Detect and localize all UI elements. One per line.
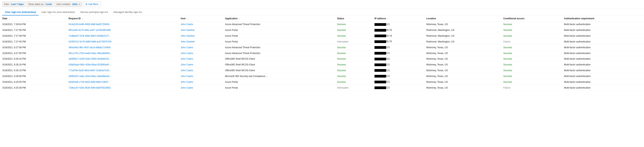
cell-location: Redmond, Washington, US <box>424 27 501 33</box>
cell-date: 3/18/2021, 7:27:50 PM <box>0 27 66 33</box>
cell-status: Success <box>335 33 372 39</box>
tab-service-principal[interactable]: Service principal sign-ins <box>78 9 111 15</box>
ip-redacted <box>374 46 386 49</box>
cell-auth-req: Multi-factor authentication <box>562 56 644 62</box>
filter-bar: Date : Last 7 days Show dates as : Local… <box>0 0 644 9</box>
table-row[interactable]: 3/18/2021, 7:27:48 PM 71d8bed7-013f-40bb… <box>0 33 644 39</box>
cell-application: Azure Advanced Threat Protection <box>223 50 335 56</box>
cell-user[interactable]: John Castro <box>178 22 222 27</box>
sign-ins-table-container: Date ↓ Request ID ↕ User ↕ Application ↕… <box>0 16 644 91</box>
ip-redacted <box>374 86 386 89</box>
cell-status: Success <box>335 45 372 50</box>
cell-user[interactable]: John Castro <box>178 50 222 56</box>
ip-redacted <box>374 69 386 72</box>
cell-auth-req: Multi-factor authentication <box>562 62 644 68</box>
cell-user[interactable]: John Gardner <box>178 39 222 45</box>
table-row[interactable]: 3/18/2021, 7:27:45 PM 615507a7-0c78-4b85… <box>0 39 644 45</box>
cell-conditional-access: Failure <box>501 85 562 91</box>
ip-redacted <box>374 29 386 32</box>
cell-date: 3/18/2021, 6:26:06 PM <box>0 73 66 79</box>
cell-request-id[interactable]: 615507a7-0c78-4b85-bf8d-acf175870700 <box>66 39 178 45</box>
user-filter-close-icon[interactable]: ✕ <box>79 3 80 5</box>
date-sort-icon: ↓ <box>9 17 10 20</box>
cell-user[interactable]: John Castro <box>178 85 222 91</box>
col-user[interactable]: User ↕ <box>178 16 222 22</box>
cell-user[interactable]: John Castro <box>178 62 222 68</box>
cell-request-id[interactable]: 771af76e-6a2f-482d-b6d7-31db3a7e24... <box>66 68 178 73</box>
cell-conditional-access: Failure <box>501 39 562 45</box>
cell-user[interactable]: John Gardner <box>178 33 222 39</box>
cell-user[interactable]: John Castro <box>178 73 222 79</box>
tab-non-interactive[interactable]: User sign-ins (non-interactive) <box>39 9 78 15</box>
cell-location: Mckinney, Texas, US <box>424 56 501 62</box>
ip-redacted <box>374 58 386 60</box>
cell-location: Mckinney, Texas, US <box>424 45 501 50</box>
cell-location: Redmond, Washington, US <box>424 33 501 39</box>
col-request-id[interactable]: Request ID ↕ <box>66 16 178 22</box>
cell-request-id[interactable]: ad4856c7-e203-4cb2-930d-4e36dd210... <box>66 56 178 62</box>
table-row[interactable]: 3/18/2021, 6:26:16 PM ad4856c7-e203-4cb2… <box>0 56 644 62</box>
cell-conditional-access: Success <box>501 62 562 68</box>
cell-auth-req: Multi-factor authentication <box>562 73 644 79</box>
table-row[interactable]: 3/18/2021, 6:25:55 PM fd3302d6-c729-4b02… <box>0 79 644 85</box>
cell-ip: 121 <box>372 73 424 79</box>
show-dates-chip[interactable]: Show dates as : Local <box>26 1 53 7</box>
col-date[interactable]: Date ↓ <box>0 16 66 22</box>
cell-request-id[interactable]: f8f12a46-9175-4d4c-a327-a378c0f91900 <box>66 27 178 33</box>
cell-application: Azure Portal <box>223 33 335 39</box>
cell-application: Office365 Shell WCSS-Client <box>223 68 335 73</box>
cell-user[interactable]: John Castro <box>178 56 222 62</box>
cell-request-id[interactable]: 71d8bed7-013f-40bb-88c5-620db1f127... <box>66 33 178 39</box>
user-filter-chip[interactable]: User contains John ✕ <box>54 1 82 7</box>
col-status: Status <box>335 16 372 22</box>
cell-date: 3/18/2021, 6:27:58 PM <box>0 45 66 50</box>
cell-status: Success <box>335 22 372 27</box>
cell-status: Success <box>335 73 372 79</box>
cell-application: Azure Advanced Threat Protection <box>223 45 335 50</box>
table-row[interactable]: 3/18/2021, 6:25:38 PM 718b1c67-f16b-4630… <box>0 85 644 91</box>
table-row[interactable]: 3/18/2021, 6:26:16 PM b2bb2bad-040c-428a… <box>0 62 644 68</box>
col-auth-req: Authentication requirement <box>562 16 644 22</box>
add-filters-label: Add filters <box>88 3 98 5</box>
table-row[interactable]: 3/18/2021, 6:27:58 PM 38dcd4e2-ff8c-4937… <box>0 45 644 50</box>
cell-request-id[interactable]: fd3302d6-c729-4b02-bb6f-bfbb713607... <box>66 79 178 85</box>
table-row[interactable]: 3/18/2021, 7:28:04 PM f414d130-6446-4993… <box>0 22 644 27</box>
cell-user[interactable]: John Castro <box>178 45 222 50</box>
table-row[interactable]: 3/18/2021, 6:26:15 PM 771af76e-6a2f-482d… <box>0 68 644 73</box>
cell-location: Mckinney, Texas, US <box>424 79 501 85</box>
table-row[interactable]: 3/18/2021, 7:27:50 PM f8f12a46-9175-4d4c… <box>0 27 644 33</box>
cell-request-id[interactable]: f414d130-6446-4993-89df-8a05720609... <box>66 22 178 27</box>
cell-status: Success <box>335 56 372 62</box>
cell-user[interactable]: John Castro <box>178 68 222 73</box>
add-filters-button[interactable]: ⊞ Add filters <box>83 1 100 7</box>
tab-managed-identity[interactable]: Managed identity sign-ins <box>111 9 144 15</box>
col-ip[interactable]: IP address ↕ <box>372 16 424 22</box>
table-row[interactable]: 3/18/2021, 6:26:06 PM d309c647-eebc-42e3… <box>0 73 644 79</box>
cell-auth-req: Multi-factor authentication <box>562 22 644 27</box>
cell-date: 3/18/2021, 6:26:15 PM <box>0 68 66 73</box>
cell-request-id[interactable]: 718b1c67-f16b-4630-93ff-e0b979016601 <box>66 85 178 91</box>
cell-request-id[interactable]: 59c1c75c-27b4-4ed2-b4ac-c89ca8d304... <box>66 50 178 56</box>
cell-location: Mckinney, Texas, US <box>424 85 501 91</box>
cell-conditional-access: Success <box>501 33 562 39</box>
cell-request-id[interactable]: 38dcd4e2-ff8c-4937-ab1d-fd8ab17c0400 <box>66 45 178 50</box>
cell-date: 3/18/2021, 6:26:16 PM <box>0 56 66 62</box>
tabs-bar: User sign-ins (interactive) User sign-in… <box>0 9 644 16</box>
cell-auth-req: Multi-factor authentication <box>562 39 644 45</box>
cell-status: Success <box>335 79 372 85</box>
filter-icon: ⊞ <box>86 3 88 5</box>
cell-status: Interrupted <box>335 39 372 45</box>
cell-user[interactable]: John Gardner <box>178 27 222 33</box>
cell-request-id[interactable]: d309c647-eebc-42e3-84ec-0ab46fea24... <box>66 73 178 79</box>
col-application[interactable]: Application ↕ <box>223 16 335 22</box>
table-row[interactable]: 3/18/2021, 6:27:56 PM 59c1c75c-27b4-4ed2… <box>0 50 644 56</box>
cell-ip: 121 <box>372 79 424 85</box>
ip-redacted <box>374 23 386 26</box>
show-dates-label: Show dates as : <box>28 3 45 5</box>
cell-conditional-access: Success <box>501 50 562 56</box>
date-filter-chip[interactable]: Date : Last 7 days <box>2 1 25 7</box>
cell-request-id[interactable]: b2bb2bad-040c-428a-90ad-352895a40... <box>66 62 178 68</box>
cell-user[interactable]: John Castro <box>178 79 222 85</box>
tab-interactive[interactable]: User sign-ins (interactive) <box>2 9 39 15</box>
cell-date: 3/18/2021, 6:26:16 PM <box>0 62 66 68</box>
